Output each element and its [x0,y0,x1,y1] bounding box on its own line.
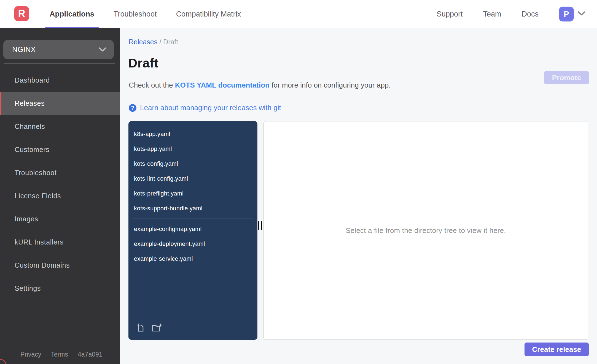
file-item-kots-preflight[interactable]: kots-preflight.yaml [128,186,257,201]
file-item-kots-config[interactable]: kots-config.yaml [128,156,257,171]
nav-tab-troubleshoot[interactable]: Troubleshoot [109,0,162,28]
add-folder-button[interactable] [151,322,163,334]
promote-button[interactable]: Promote [544,71,589,84]
pane-resize-handle[interactable] [258,221,262,230]
sidebar-item-settings[interactable]: Settings [0,277,120,300]
file-item-example-deployment[interactable]: example-deployment.yaml [128,237,257,251]
sidebar-item-custom-domains[interactable]: Custom Domains [0,254,120,277]
nav-tab-compatibility-matrix[interactable]: Compatibility Matrix [171,0,246,28]
sidebar-item-channels[interactable]: Channels [0,115,120,138]
kots-docs-link[interactable]: KOTS YAML documentation [175,81,270,89]
file-group-divider [132,219,254,219]
resize-bar [258,221,259,230]
user-menu[interactable]: P [559,7,586,21]
file-tree-panel: k8s-app.yaml kots-app.yaml kots-config.y… [128,121,257,340]
add-file-button[interactable] [135,322,147,334]
sidebar-footer: Privacy Terms 4a7a091 [20,351,103,358]
file-plus-icon [136,322,146,334]
top-nav: R Applications Troubleshoot Compatibilit… [0,0,597,28]
footer-divider [73,351,73,358]
editor-placeholder: Select a file from the directory tree to… [346,226,506,235]
replicated-logo[interactable]: R [14,6,29,21]
breadcrumb-releases-link[interactable]: Releases [129,38,157,46]
intro-text: Check out the KOTS YAML documentation fo… [129,81,391,89]
privacy-link[interactable]: Privacy [20,351,41,358]
nav-link-docs[interactable]: Docs [521,10,539,18]
sidebar-item-kurl-installers[interactable]: kURL Installers [0,230,120,254]
breadcrumb-separator: / [157,38,163,46]
chevron-down-icon [98,45,107,54]
terms-link[interactable]: Terms [51,351,68,358]
avatar-initial: P [564,10,569,19]
main-content: Releases / Draft Draft Check out the KOT… [120,28,597,364]
floating-red-badge [0,359,7,364]
file-tree-list: k8s-app.yaml kots-app.yaml kots-config.y… [128,127,257,266]
sidebar-item-releases[interactable]: Releases [0,92,120,115]
breadcrumb: Releases / Draft [129,38,178,46]
file-item-kots-lint-config[interactable]: kots-lint-config.yaml [128,171,257,186]
avatar[interactable]: P [559,7,574,21]
nav-link-support[interactable]: Support [437,10,463,18]
file-item-kots-app[interactable]: kots-app.yaml [128,142,257,156]
logo-letter: R [18,8,25,20]
question-circle-icon: ? [129,104,136,112]
git-releases-link[interactable]: Learn about managing your releases with … [140,104,281,112]
nav-link-team[interactable]: Team [483,10,501,18]
file-item-k8s-app[interactable]: k8s-app.yaml [128,127,257,142]
nav-right: Support Team Docs P [437,0,586,28]
chevron-down-icon [577,11,586,17]
sidebar: NGINX Dashboard Releases Channels Custom… [0,28,120,364]
editor-panel: Select a file from the directory tree to… [263,121,588,340]
app-selector[interactable]: NGINX [3,40,114,59]
sidebar-item-images[interactable]: Images [0,207,120,230]
app-page: R Applications Troubleshoot Compatibilit… [0,0,597,364]
footer-divider [46,351,46,358]
app-selector-value: NGINX [12,45,36,54]
file-tree-footer-divider [132,318,254,318]
file-tree-actions [135,322,163,334]
git-help-row: ? Learn about managing your releases wit… [129,104,281,112]
file-item-kots-support-bundle[interactable]: kots-support-bundle.yaml [128,201,257,216]
folder-plus-icon [151,322,162,334]
sidebar-item-license-fields[interactable]: License Fields [0,184,120,207]
build-hash: 4a7a091 [78,351,103,358]
nav-tab-applications[interactable]: Applications [45,0,99,28]
page-title: Draft [128,56,158,70]
file-item-example-configmap[interactable]: example-configmap.yaml [128,222,257,237]
create-release-button[interactable]: Create release [525,343,589,356]
sidebar-item-dashboard[interactable]: Dashboard [0,69,120,92]
breadcrumb-current: Draft [163,38,178,46]
file-item-example-service[interactable]: example-service.yaml [128,251,257,266]
sidebar-menu: Dashboard Releases Channels Customers Tr… [0,69,120,300]
resize-bar [261,221,262,230]
nav-tabs: Applications Troubleshoot Compatibility … [45,0,246,28]
sidebar-divider [4,63,115,64]
sidebar-item-customers[interactable]: Customers [0,138,120,161]
sidebar-item-troubleshoot[interactable]: Troubleshoot [0,161,120,184]
